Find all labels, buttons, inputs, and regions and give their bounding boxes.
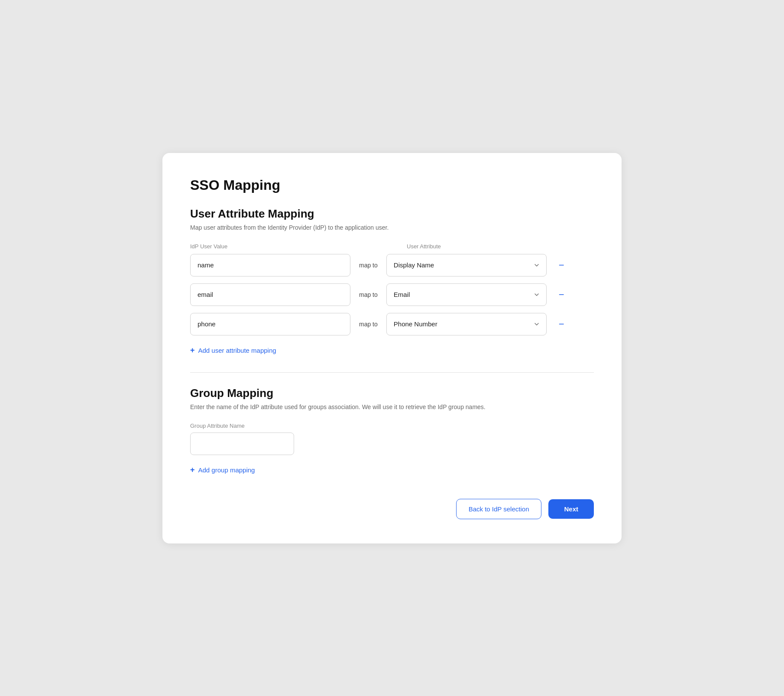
map-to-label-3: map to	[359, 321, 378, 328]
mapping-row-3: map to Display Name Email Phone Number F…	[190, 313, 594, 335]
idp-column-label: IdP User Value	[190, 243, 350, 250]
mapping-row-1: map to Display Name Email Phone Number F…	[190, 254, 594, 276]
map-to-label-1: map to	[359, 262, 378, 269]
remove-row-3-button[interactable]: −	[555, 318, 568, 331]
attribute-select-2[interactable]: Display Name Email Phone Number First Na…	[386, 283, 547, 306]
next-button[interactable]: Next	[548, 499, 594, 519]
group-mapping-description: Enter the name of the IdP attribute used…	[190, 403, 594, 410]
footer: Back to IdP selection Next	[190, 499, 594, 519]
group-plus-icon: +	[190, 465, 195, 475]
add-group-mapping-label: Add group mapping	[198, 466, 255, 474]
user-attribute-title: User Attribute Mapping	[190, 207, 594, 221]
remove-row-1-button[interactable]: −	[555, 259, 568, 272]
sso-mapping-card: SSO Mapping User Attribute Mapping Map u…	[162, 153, 622, 543]
add-group-mapping-button[interactable]: + Add group mapping	[190, 462, 255, 478]
idp-value-input-3[interactable]	[190, 313, 350, 335]
add-user-attribute-label: Add user attribute mapping	[198, 347, 276, 354]
group-mapping-section: Group Mapping Enter the name of the IdP …	[190, 387, 594, 478]
idp-value-input-1[interactable]	[190, 254, 350, 276]
attribute-select-3[interactable]: Display Name Email Phone Number First Na…	[386, 313, 547, 335]
user-attribute-description: Map user attributes from the Identity Pr…	[190, 224, 594, 231]
user-attribute-section: User Attribute Mapping Map user attribut…	[190, 207, 594, 358]
attribute-select-1[interactable]: Display Name Email Phone Number First Na…	[386, 254, 547, 276]
attr-column-label: User Attribute	[407, 243, 567, 250]
column-labels: IdP User Value User Attribute	[190, 243, 594, 250]
mapping-row-2: map to Display Name Email Phone Number F…	[190, 283, 594, 306]
section-divider	[190, 372, 594, 373]
group-attribute-label: Group Attribute Name	[190, 423, 594, 429]
group-mapping-title: Group Mapping	[190, 387, 594, 400]
plus-icon: +	[190, 346, 195, 355]
page-title: SSO Mapping	[190, 177, 594, 193]
add-user-attribute-button[interactable]: + Add user attribute mapping	[190, 342, 276, 358]
idp-value-input-2[interactable]	[190, 283, 350, 306]
map-to-label-2: map to	[359, 291, 378, 298]
back-button[interactable]: Back to IdP selection	[456, 499, 542, 519]
remove-row-2-button[interactable]: −	[555, 288, 568, 301]
group-attribute-input[interactable]	[190, 433, 294, 455]
